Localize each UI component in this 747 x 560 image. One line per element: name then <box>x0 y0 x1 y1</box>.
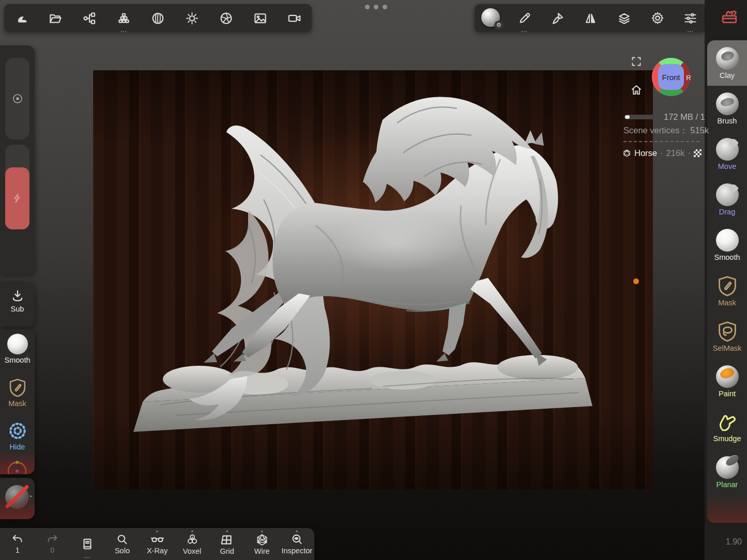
postprocess-button[interactable] <box>209 4 243 32</box>
filters-more-indicator: … <box>687 27 694 33</box>
lighting-icon <box>185 11 199 25</box>
multitasking-dots-icon <box>365 5 387 9</box>
material-gear-badge-icon: ⚙ <box>494 21 503 29</box>
paint-tools-icon <box>551 11 565 25</box>
wire-icon <box>255 533 269 547</box>
left-material-panel: ▸ <box>0 478 35 519</box>
sub-label: Sub <box>11 305 24 313</box>
grid-caret-icon: ▲ <box>225 529 229 533</box>
stroke-marker-dot[interactable] <box>633 278 639 284</box>
stylus-icon <box>517 11 531 25</box>
tool-move[interactable]: Move <box>707 131 747 177</box>
move-ball-icon <box>716 138 739 161</box>
scene-object-row[interactable]: Horse · 216k · <box>622 148 702 158</box>
object-name: Horse <box>634 148 657 158</box>
postprocess-icon <box>219 11 233 25</box>
tool-next-partial[interactable] <box>707 495 747 523</box>
fullscreen-button[interactable] <box>631 56 642 69</box>
wire-toggle[interactable]: ▲ Wire <box>245 528 280 560</box>
solo-toggle[interactable]: Solo <box>105 528 140 560</box>
layers-button[interactable] <box>607 4 641 32</box>
files-icon <box>49 11 63 25</box>
material-sphere-button[interactable]: ⚙ <box>475 4 508 32</box>
settings-gear-button[interactable] <box>641 4 674 32</box>
object-sep2: · <box>688 148 691 158</box>
tool-mask[interactable]: Mask <box>707 268 747 313</box>
left-quick-panel: Smooth Mask Hide <box>0 330 35 474</box>
tool-brush[interactable]: Brush <box>707 86 747 131</box>
tool-planar[interactable]: Planar <box>707 449 747 495</box>
no-matcap-button[interactable] <box>5 485 29 509</box>
home-view-button[interactable] <box>630 84 643 98</box>
brush-ball-icon <box>716 92 739 115</box>
mask-shield-icon <box>8 377 27 398</box>
xray-label: X-Ray <box>147 547 167 555</box>
quick-mask[interactable]: Mask <box>0 377 35 408</box>
symmetry-icon <box>584 11 598 25</box>
settings-gear-icon <box>650 11 665 25</box>
tool-smudge[interactable]: Smudge <box>707 404 747 449</box>
tool-paint[interactable]: Paint <box>707 359 747 404</box>
wire-caret-icon: ▲ <box>260 529 264 533</box>
multires-more-indicator: … <box>120 27 127 33</box>
stylus-more-indicator: … <box>521 27 528 33</box>
tool-clay[interactable]: Clay <box>707 40 747 86</box>
tool-label: SelMask <box>713 344 742 352</box>
undo-button[interactable]: 1 <box>0 528 35 560</box>
top-left-toolbar: … <box>4 4 312 32</box>
history-button[interactable]: … <box>70 528 105 560</box>
voxel-label: Voxel <box>183 547 201 555</box>
voxel-toggle[interactable]: ▲ Voxel <box>175 528 210 560</box>
smooth-label: Smooth <box>5 356 31 364</box>
intensity-slider[interactable] <box>5 145 29 229</box>
quick-smooth[interactable]: Smooth <box>0 334 35 364</box>
files-button[interactable] <box>38 4 72 32</box>
smudge-finger-icon <box>716 411 738 433</box>
camera-button[interactable] <box>278 4 312 32</box>
background-image-icon <box>253 11 267 25</box>
scene-graph-button[interactable] <box>72 4 106 32</box>
radius-slider[interactable] <box>5 58 29 139</box>
material-expand-arrow-icon[interactable]: ▸ <box>30 493 33 499</box>
mask-shield-icon <box>716 274 738 297</box>
hide-icon <box>7 421 28 441</box>
scene-list-divider <box>623 141 699 142</box>
memory-usage-text: 172 MB / 1.5 <box>664 112 706 122</box>
lighting-button[interactable] <box>175 4 209 32</box>
scene-graph-icon <box>83 11 97 25</box>
voxel-icon <box>186 533 199 547</box>
gizmo-icon[interactable] <box>6 460 28 474</box>
xray-caret-icon: ▲ <box>156 529 159 533</box>
tool-selmask[interactable]: SelMask <box>707 313 747 359</box>
view-gizmo[interactable]: Front R <box>651 57 691 99</box>
bottom-toolbar: 1 0 … Solo ▲ X-Ray ▲ Voxel ▲ <box>0 528 314 560</box>
redo-button[interactable]: 0 <box>35 528 70 560</box>
inspector-toggle[interactable]: ▲ Inspector <box>280 528 315 560</box>
sub-toggle[interactable]: Sub <box>0 289 35 313</box>
quick-hide[interactable]: Hide <box>0 421 35 451</box>
toolbox-button[interactable] <box>719 6 740 27</box>
xray-toggle[interactable]: ▲ X-Ray <box>140 528 175 560</box>
horse-sculpture <box>93 70 653 490</box>
tool-smooth[interactable]: Smooth <box>707 222 747 268</box>
smooth-ball-icon <box>7 334 28 354</box>
tool-label: Planar <box>716 480 738 489</box>
sculpt-canvas[interactable] <box>93 70 653 490</box>
stylus-button[interactable]: … <box>508 4 541 32</box>
multires-button[interactable]: … <box>106 4 141 32</box>
nomad-logo-icon <box>14 11 28 25</box>
paint-tools-button[interactable] <box>541 4 574 32</box>
filters-icon <box>683 11 697 25</box>
symmetry-button[interactable] <box>574 4 607 32</box>
background-image-button[interactable] <box>243 4 278 32</box>
sub-icon <box>10 289 25 303</box>
inspector-icon <box>291 533 303 546</box>
camera-icon <box>287 11 301 25</box>
filters-button[interactable]: … <box>674 4 707 32</box>
matcap-button[interactable] <box>141 4 175 32</box>
fullscreen-icon <box>631 56 642 67</box>
hide-label: Hide <box>10 443 25 451</box>
grid-toggle[interactable]: ▲ Grid <box>209 528 245 560</box>
tool-drag[interactable]: Drag <box>707 177 747 222</box>
nomad-logo-button[interactable] <box>4 4 38 32</box>
